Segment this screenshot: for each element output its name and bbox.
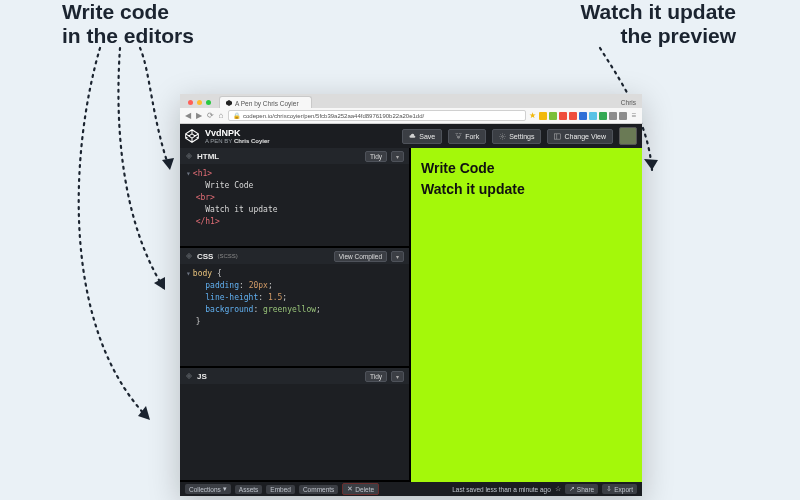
nav-back-icon[interactable]: ◀ xyxy=(184,112,192,120)
css-editor-label: CSS xyxy=(197,252,213,261)
pen-title-block: VvdNPK A PEN BY Chris Coyier xyxy=(205,129,270,144)
svg-point-10 xyxy=(188,375,191,378)
change-view-button[interactable]: Change View xyxy=(547,129,613,144)
pen-name: VvdNPK xyxy=(205,129,270,138)
annotation-right-line2: the preview xyxy=(620,24,736,47)
browser-tab[interactable]: A Pen by Chris Coyier xyxy=(219,96,312,108)
extension-icons xyxy=(539,112,627,120)
css-editor: CSS (SCSS) View Compiled ▾ ▾body { paddi… xyxy=(180,248,409,368)
extension-icon[interactable] xyxy=(539,112,547,120)
fork-label: Fork xyxy=(465,133,479,140)
address-url: codepen.io/chriscoyier/pen/5fcb39a252aa4… xyxy=(243,113,424,119)
svg-marker-0 xyxy=(162,158,174,170)
comments-button[interactable]: Comments xyxy=(299,485,338,494)
annotation-left-line1: Write code xyxy=(62,0,169,23)
css-view-compiled-button[interactable]: View Compiled xyxy=(334,251,387,262)
address-bar[interactable]: 🔒 codepen.io/chriscoyier/pen/5fcb39a252a… xyxy=(228,110,526,121)
avatar[interactable] xyxy=(619,127,637,145)
traffic-max-icon[interactable] xyxy=(206,100,211,105)
pen-author[interactable]: Chris Coyier xyxy=(234,138,270,144)
browser-tab-title: A Pen by Chris Coyier xyxy=(235,100,299,107)
chevron-down-icon: ▾ xyxy=(223,485,227,493)
traffic-close-icon[interactable] xyxy=(188,100,193,105)
css-code-area[interactable]: ▾body { padding: 20px; line-height: 1.5;… xyxy=(180,264,409,332)
css-collapse-button[interactable]: ▾ xyxy=(391,251,404,262)
editors-column: HTML Tidy ▾ ▾<h1> Write Code <br> Watch … xyxy=(180,148,411,482)
embed-button[interactable]: Embed xyxy=(266,485,295,494)
browser-window: A Pen by Chris Coyier Chris ◀ ▶ ⟳ ⌂ 🔒 co… xyxy=(180,94,642,496)
extension-icon[interactable] xyxy=(579,112,587,120)
svg-point-9 xyxy=(188,255,191,258)
codepen-logo-icon[interactable] xyxy=(185,129,199,143)
js-editor: JS Tidy ▾ xyxy=(180,368,409,482)
chevron-down-icon: ▾ xyxy=(396,253,399,260)
extension-icon[interactable] xyxy=(619,112,627,120)
change-view-label: Change View xyxy=(564,133,606,140)
share-button[interactable]: ↗ Share xyxy=(565,484,598,494)
svg-rect-6 xyxy=(555,133,561,138)
preview-heading: Write Code Watch it update xyxy=(421,158,632,200)
gear-icon[interactable] xyxy=(185,372,193,380)
preview-line1: Write Code xyxy=(421,160,495,176)
browser-profile-name[interactable]: Chris xyxy=(621,99,636,106)
chevron-down-icon: ▾ xyxy=(396,373,399,380)
html-editor: HTML Tidy ▾ ▾<h1> Write Code <br> Watch … xyxy=(180,148,409,248)
html-collapse-button[interactable]: ▾ xyxy=(391,151,404,162)
browser-tabstrip: A Pen by Chris Coyier Chris xyxy=(180,94,642,108)
export-button[interactable]: ⇩ Export xyxy=(602,484,637,494)
gear-icon[interactable] xyxy=(185,152,193,160)
extension-icon[interactable] xyxy=(599,112,607,120)
annotation-right-line1: Watch it update xyxy=(580,0,736,23)
workspace: HTML Tidy ▾ ▾<h1> Write Code <br> Watch … xyxy=(180,148,642,482)
nav-reload-icon[interactable]: ⟳ xyxy=(206,112,214,120)
nav-forward-icon[interactable]: ▶ xyxy=(195,112,203,120)
annotation-left-line2: in the editors xyxy=(62,24,194,47)
codepen-favicon-icon xyxy=(226,100,232,106)
svg-marker-1 xyxy=(154,277,165,290)
nav-home-icon[interactable]: ⌂ xyxy=(217,112,225,120)
svg-marker-2 xyxy=(138,406,150,420)
assets-button[interactable]: Assets xyxy=(235,485,263,494)
cloud-icon xyxy=(409,133,416,140)
preview-line2: Watch it update xyxy=(421,181,525,197)
settings-button[interactable]: Settings xyxy=(492,129,541,144)
layout-icon xyxy=(554,133,561,140)
extension-icon[interactable] xyxy=(589,112,597,120)
extension-icon[interactable] xyxy=(569,112,577,120)
save-label: Save xyxy=(419,133,435,140)
js-editor-header: JS Tidy ▾ xyxy=(180,368,409,384)
saved-status: Last saved less than a minute ago xyxy=(452,486,551,493)
traffic-min-icon[interactable] xyxy=(197,100,202,105)
html-code-area[interactable]: ▾<h1> Write Code <br> Watch it update </… xyxy=(180,164,409,232)
codepen-app: VvdNPK A PEN BY Chris Coyier Save Fork S… xyxy=(180,124,642,496)
js-editor-label: JS xyxy=(197,372,207,381)
html-editor-header: HTML Tidy ▾ xyxy=(180,148,409,164)
save-button[interactable]: Save xyxy=(402,129,442,144)
chevron-down-icon: ▾ xyxy=(396,153,399,160)
css-editor-sublabel: (SCSS) xyxy=(217,253,237,259)
annotation-right: Watch it update the preview xyxy=(580,0,736,48)
bookmark-star-icon[interactable]: ★ xyxy=(529,111,536,120)
fork-button[interactable]: Fork xyxy=(448,129,486,144)
svg-marker-4 xyxy=(226,100,232,106)
gear-icon xyxy=(499,133,506,140)
settings-label: Settings xyxy=(509,133,534,140)
js-code-area[interactable] xyxy=(180,384,409,392)
html-editor-label: HTML xyxy=(197,152,219,161)
js-collapse-button[interactable]: ▾ xyxy=(391,371,404,382)
pen-footer: Collections▾ Assets Embed Comments ✕ Del… xyxy=(180,482,642,496)
svg-point-8 xyxy=(188,155,191,158)
star-icon[interactable]: ☆ xyxy=(555,485,561,493)
browser-toolbar: ◀ ▶ ⟳ ⌂ 🔒 codepen.io/chriscoyier/pen/5fc… xyxy=(180,108,642,124)
extension-icon[interactable] xyxy=(559,112,567,120)
extension-icon[interactable] xyxy=(549,112,557,120)
collections-button[interactable]: Collections▾ xyxy=(185,484,231,494)
pen-header: VvdNPK A PEN BY Chris Coyier Save Fork S… xyxy=(180,124,642,148)
delete-button[interactable]: ✕ Delete xyxy=(342,483,379,495)
extension-icon[interactable] xyxy=(609,112,617,120)
html-tidy-button[interactable]: Tidy xyxy=(365,151,387,162)
gear-icon[interactable] xyxy=(185,252,193,260)
svg-marker-3 xyxy=(644,159,658,170)
browser-menu-icon[interactable]: ≡ xyxy=(630,112,638,120)
js-tidy-button[interactable]: Tidy xyxy=(365,371,387,382)
